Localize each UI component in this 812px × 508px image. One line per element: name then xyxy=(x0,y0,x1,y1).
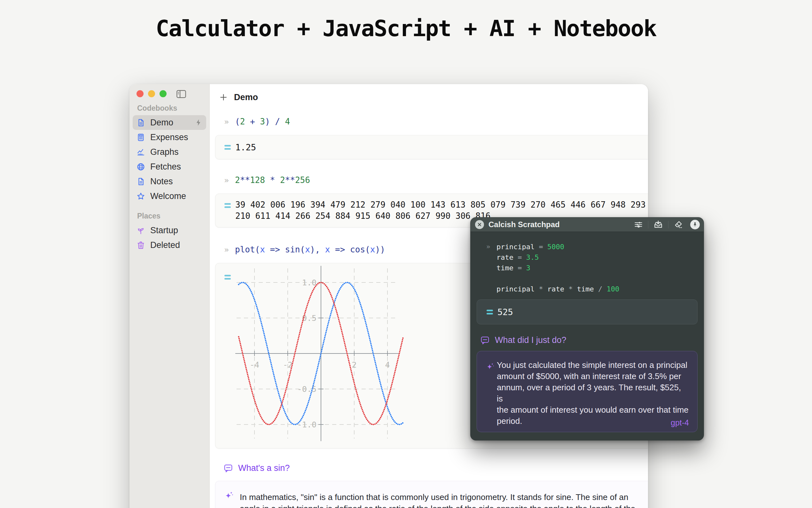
add-cell-button[interactable] xyxy=(219,92,228,102)
sidebar-item-label: Deleted xyxy=(150,240,180,250)
globe-icon xyxy=(137,162,145,171)
prompt-icon: » xyxy=(224,175,235,186)
page-title: Calculator + JavaScript + AI + Notebook xyxy=(0,15,812,42)
scratchpad-save-to-inbox-button[interactable] xyxy=(654,220,663,229)
sidebar-item-label: Startup xyxy=(150,225,178,236)
trash-icon xyxy=(137,241,145,250)
scratchpad-ai-answer-text: You just calculated the simple interest … xyxy=(477,351,697,427)
sidebar-toggle-icon[interactable] xyxy=(176,90,186,99)
sidebar-item-welcome[interactable]: Welcome xyxy=(133,189,206,204)
equals-icon xyxy=(486,310,493,314)
scratchpad-body: » principal = 5000 rate = 3.5 time = 3 p… xyxy=(471,232,704,432)
sidebar-item-startup[interactable]: Startup xyxy=(133,223,206,238)
equals-icon xyxy=(225,275,231,280)
toolbar-divider xyxy=(648,221,648,228)
close-window-button[interactable] xyxy=(137,90,144,97)
sidebar-item-label: Welcome xyxy=(150,191,186,201)
scratchpad-code-line: principal * rate * time / 100 xyxy=(496,284,619,294)
sidebar-item-label: Graphs xyxy=(150,147,179,157)
prompt-icon: » xyxy=(224,117,235,127)
scratchpad-title: Calcish Scratchpad xyxy=(488,220,560,229)
scratchpad-pin-button[interactable] xyxy=(690,220,700,229)
chat-question-text: What's a sin? xyxy=(238,463,290,473)
sidebar-item-deleted[interactable]: Deleted xyxy=(133,238,206,252)
minimize-window-button[interactable] xyxy=(148,90,155,97)
chat-bubble-icon xyxy=(480,336,490,345)
svg-text:2: 2 xyxy=(352,360,356,370)
equals-icon xyxy=(225,203,231,208)
notebook-toolbar: Demo xyxy=(210,84,648,108)
scratchpad-titlebar: Calcish Scratchpad xyxy=(471,217,704,232)
code-cell-3-text: plot(x => sin(x), x => cos(x)) xyxy=(235,244,385,255)
scratchpad-chat-question-row[interactable]: What did I just do? xyxy=(471,335,704,345)
sidebar-item-label: Demo xyxy=(150,118,173,128)
zoom-window-button[interactable] xyxy=(159,90,166,97)
code-cell-2[interactable]: » 2**128 * 2**256 xyxy=(215,175,648,186)
traffic-lights xyxy=(137,90,166,97)
prompt-icon: » xyxy=(224,244,235,255)
scratchpad-result-cell: 525 xyxy=(477,299,698,324)
scratchpad-eraser-button[interactable] xyxy=(674,220,683,229)
scratchpad-ai-answer-cell: You just calculated the simple interest … xyxy=(477,351,698,432)
sidebar-item-label: Expenses xyxy=(150,132,188,142)
sidebar-item-notes[interactable]: Notes xyxy=(133,174,206,189)
toolbar-divider xyxy=(668,221,668,228)
svg-text:4: 4 xyxy=(385,360,390,370)
chat-bubble-icon xyxy=(224,464,233,473)
scratchpad-code-cell[interactable]: » principal = 5000 rate = 3.5 time = 3 p… xyxy=(471,242,704,294)
svg-text:-4: -4 xyxy=(250,360,259,370)
scratchpad-code-line: principal = 5000 xyxy=(496,242,619,252)
model-badge: gpt-4 xyxy=(671,418,689,427)
sidebar-item-label: Fetches xyxy=(150,162,181,172)
seedling-icon xyxy=(137,226,145,235)
sparkle-icon xyxy=(485,362,495,373)
sidebar-section-label: Codebooks xyxy=(133,104,206,113)
sin-cos-plot: -4-2241.00.5-0.5-1.0 xyxy=(235,263,404,442)
star-icon xyxy=(137,192,145,201)
sparkle-icon xyxy=(224,490,235,502)
scratchpad-code-line: rate = 3.5 xyxy=(496,252,619,263)
document-icon xyxy=(137,118,145,127)
sidebar-sections: CodebooksDemoExpensesGraphsFetchesNotesW… xyxy=(130,84,209,252)
chat-question-row[interactable]: What's a sin? xyxy=(215,463,648,473)
result-cell-1-value: 1.25 xyxy=(235,142,256,152)
result-cell-1: 1.25 xyxy=(215,135,648,159)
code-cell-2-text: 2**128 * 2**256 xyxy=(235,175,310,185)
svg-text:1.0: 1.0 xyxy=(302,278,317,287)
scratchpad-result-value: 525 xyxy=(497,307,513,317)
scratchpad-chat-question-text: What did I just do? xyxy=(495,335,567,345)
scratchpad-blank-line xyxy=(496,273,619,284)
code-cell-1[interactable]: » (2 + 3) / 4 xyxy=(215,116,648,127)
sidebar-item-demo[interactable]: Demo xyxy=(133,115,206,130)
scratchpad-close-button[interactable] xyxy=(475,220,484,229)
scratchpad-sliders-button[interactable] xyxy=(634,220,643,229)
document-icon xyxy=(137,177,145,186)
scratchpad-code-line: time = 3 xyxy=(496,263,619,273)
svg-text:0.5: 0.5 xyxy=(302,313,317,323)
sidebar-section-label: Places xyxy=(133,212,206,220)
calcish-scratchpad-window: Calcish Scratchpad xyxy=(470,217,704,440)
ai-answer-cell: In mathematics, "sin" is a function that… xyxy=(215,481,648,508)
equals-icon xyxy=(225,145,231,150)
sidebar-item-graphs[interactable]: Graphs xyxy=(133,144,206,159)
notebook-title: Demo xyxy=(234,92,258,102)
sidebar-item-label: Notes xyxy=(150,177,173,186)
sidebar: CodebooksDemoExpensesGraphsFetchesNotesW… xyxy=(130,84,210,508)
ai-answer-text: In mathematics, "sin" is a function that… xyxy=(216,481,648,508)
prompt-icon: » xyxy=(486,242,496,294)
calculator-icon xyxy=(137,133,145,142)
sidebar-item-expenses[interactable]: Expenses xyxy=(133,130,206,144)
screenshot-stage: Calculator + JavaScript + AI + Notebook … xyxy=(0,0,812,508)
chart-icon xyxy=(137,147,145,157)
code-cell-1-text: (2 + 3) / 4 xyxy=(235,116,290,127)
sidebar-item-fetches[interactable]: Fetches xyxy=(133,159,206,174)
lightning-icon xyxy=(195,119,202,126)
